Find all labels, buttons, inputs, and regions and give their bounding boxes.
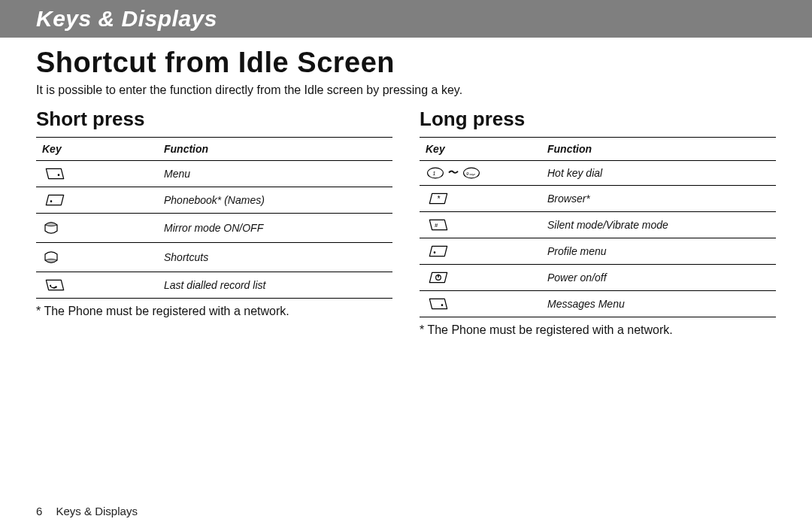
table-row: Phonebook* (Names) — [36, 187, 392, 214]
intro-text: It is possible to enter the function dir… — [36, 83, 776, 97]
table-row: Silent mode/Vibrate mode — [420, 212, 776, 238]
star-key-icon — [426, 191, 451, 206]
long-press-table: Key Function 〜 Hot key dial — [420, 137, 776, 317]
table-row: Browser* — [420, 186, 776, 212]
function-cell: Phonebook* (Names) — [158, 187, 392, 214]
page-title: Shortcut from Idle Screen — [36, 47, 776, 79]
softkey-right-icon — [42, 193, 68, 208]
end-key-icon — [426, 270, 451, 285]
softkey-right-icon — [426, 244, 451, 259]
table-row: Mirror mode ON/OFF — [36, 214, 392, 243]
long-press-column: Long press Key Function 〜 — [420, 108, 776, 337]
function-cell: Mirror mode ON/OFF — [158, 214, 392, 243]
function-cell: Menu — [158, 161, 392, 187]
column-header-key: Key — [36, 138, 158, 161]
function-cell: Browser* — [541, 186, 776, 212]
nav-up-icon — [42, 219, 60, 237]
table-row: Shortcuts — [36, 243, 392, 272]
nav-down-icon — [42, 248, 60, 266]
table-row: Menu — [36, 161, 392, 187]
softkey-left-icon — [42, 166, 68, 181]
footer-section: Keys & Displays — [56, 505, 138, 517]
function-cell: Power on/off — [541, 265, 776, 291]
table-row: Profile menu — [420, 238, 776, 265]
column-header-key: Key — [420, 138, 541, 161]
short-press-heading: Short press — [36, 108, 392, 131]
table-row: Last dialled record list — [36, 272, 392, 299]
short-press-table: Key Function Menu Phonebook* (Names) — [36, 137, 392, 299]
function-cell: Shortcuts — [158, 243, 392, 272]
function-cell: Silent mode/Vibrate mode — [541, 212, 776, 238]
long-press-heading: Long press — [420, 108, 776, 131]
function-cell: Profile menu — [541, 238, 776, 265]
softkey-left-icon — [426, 296, 451, 311]
function-cell: Hot key dial — [541, 161, 776, 186]
hash-key-icon — [426, 217, 451, 232]
function-cell: Messages Menu — [541, 291, 776, 317]
range-tilde: 〜 — [448, 166, 459, 178]
column-header-function: Function — [158, 138, 392, 161]
function-cell: Last dialled record list — [158, 272, 392, 299]
short-press-column: Short press Key Function Menu — [36, 108, 392, 337]
column-header-function: Function — [541, 138, 776, 161]
section-title: Keys & Displays — [36, 6, 776, 32]
table-row: Messages Menu — [420, 291, 776, 317]
send-key-icon — [42, 278, 68, 293]
page-number: 6 — [36, 505, 42, 517]
table-row: Power on/off — [420, 265, 776, 291]
long-press-note: * The Phone must be registered with a ne… — [420, 323, 776, 337]
short-press-note: * The Phone must be registered with a ne… — [36, 305, 392, 318]
page-footer: 6 Keys & Displays — [36, 505, 138, 517]
section-header: Keys & Displays — [0, 0, 812, 38]
table-row: 〜 Hot key dial — [420, 161, 776, 186]
digit-9-key-icon — [462, 166, 481, 180]
digit-1-key-icon — [426, 166, 445, 180]
